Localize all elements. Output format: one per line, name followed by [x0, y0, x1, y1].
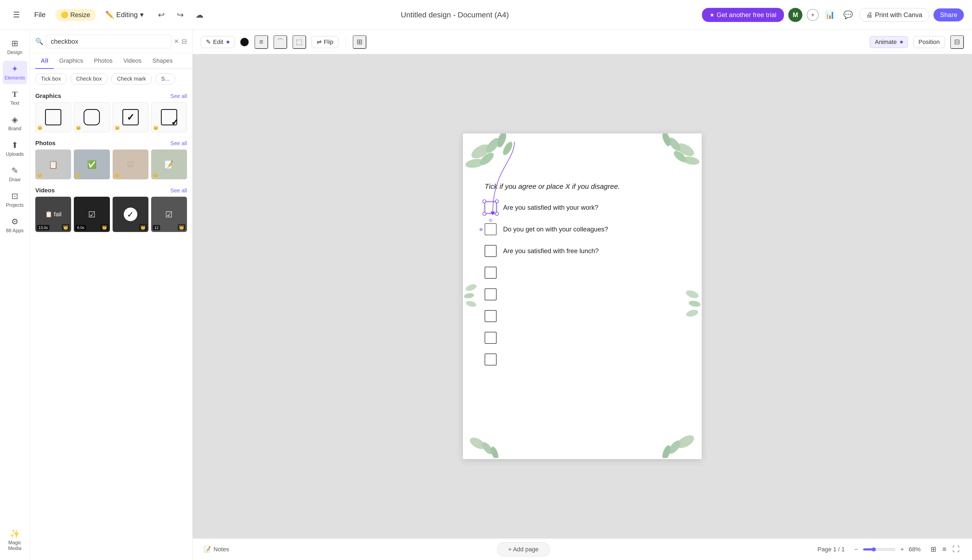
grid-view-button[interactable]: ⊞ [929, 543, 938, 555]
filter-icon: ⊟ [954, 38, 960, 46]
print-button[interactable]: 🖨 Print with Canva [859, 8, 929, 22]
print-label: Print with Canva [875, 11, 922, 19]
share-button[interactable]: Share [934, 8, 964, 22]
svg-point-13 [465, 300, 477, 308]
list-view-button[interactable]: ≡ [941, 543, 948, 555]
question-row-2[interactable]: ↻ ⊕ Do you get on with your colleagues? [485, 223, 680, 235]
file-menu-button[interactable]: File [30, 8, 50, 21]
share-label: Share [940, 11, 957, 18]
checkbox-only-7 [485, 332, 680, 344]
search-input[interactable] [46, 35, 171, 48]
sidebar-item-apps[interactable]: ⚙ 88 Apps [3, 213, 27, 237]
document-title: Untitled design - Document (A4) [213, 11, 697, 19]
filter-button[interactable]: ⊟ [950, 35, 964, 49]
video-item-3[interactable]: ✓ 👑 [113, 197, 148, 232]
sidebar-item-design[interactable]: ⊞ Design [3, 35, 27, 58]
comments-button[interactable]: 💬 [841, 8, 855, 22]
tab-all[interactable]: All [35, 53, 54, 69]
texture-button[interactable]: ⊞ [353, 35, 366, 49]
zoom-slider[interactable] [863, 547, 895, 552]
checkbox-3[interactable] [485, 245, 497, 257]
add-collaborator-button[interactable]: + [807, 9, 819, 21]
plus-icon: + [811, 11, 815, 19]
free-trial-button[interactable]: ★ Get another free trial [702, 8, 784, 22]
undo-redo-group: ↩ ↪ ☁ [153, 7, 208, 23]
photo-item-3[interactable]: ☑ 👑 [113, 150, 148, 179]
checkbox-4[interactable] [485, 267, 497, 278]
chip-tick-box[interactable]: Tick box [35, 73, 67, 84]
graphic-item-rounded-box[interactable]: 👑 [74, 102, 110, 132]
checkbox-7[interactable] [485, 332, 497, 344]
video-item-2[interactable]: ☑ 6.0s 👑 [74, 197, 110, 232]
fullscreen-button[interactable]: ⛶ [951, 543, 961, 555]
zoom-out-button[interactable]: − [853, 544, 860, 555]
sidebar-item-brand[interactable]: ◈ Brand [3, 112, 27, 135]
menu-button[interactable]: ☰ [8, 7, 24, 23]
apps-label: 88 Apps [6, 228, 23, 233]
checkbox-5[interactable] [485, 288, 497, 300]
checkbox-6[interactable] [485, 310, 497, 322]
photo-item-2[interactable]: ✅ 👑 [74, 150, 110, 179]
video-item-4[interactable]: ☑ 12 👑 [151, 197, 187, 232]
photo-item-1[interactable]: 📋 👑 [35, 150, 71, 179]
graphic-item-empty-box[interactable]: 👑 [35, 102, 71, 132]
sidebar-item-projects[interactable]: ⊡ Projects [3, 188, 27, 212]
add-page-button[interactable]: + Add page [497, 542, 550, 557]
color-picker[interactable] [240, 37, 249, 47]
photo-item-4[interactable]: 📝 👑 [151, 150, 187, 179]
edit-button[interactable]: ✎ Edit [201, 36, 235, 48]
search-icon: 🔍 [35, 38, 43, 45]
checkbox-2[interactable] [485, 223, 497, 235]
search-filter-icon[interactable]: ⊟ [182, 38, 187, 45]
tab-photos[interactable]: Photos [88, 53, 118, 69]
svg-point-8 [661, 133, 672, 147]
videos-section: Videos See all 📋 fail 13.0s 👑 ☑ 6.0s 👑 [30, 183, 192, 236]
crown-icon: 👑 [76, 125, 81, 130]
lines-button[interactable]: ≡ [255, 35, 268, 49]
sidebar-item-draw[interactable]: ✎ Draw [3, 163, 27, 186]
graphics-see-all[interactable]: See all [170, 93, 187, 99]
search-clear-icon[interactable]: ✕ [174, 38, 179, 45]
star-icon: ★ [710, 12, 715, 18]
flip-icon: ⇌ [317, 38, 322, 46]
graphic-item-check-box[interactable]: ✓ 👑 [113, 102, 148, 132]
edit-dot [227, 41, 229, 43]
redo-button[interactable]: ↪ [172, 7, 188, 23]
chip-check-box[interactable]: Check box [70, 73, 108, 84]
curve-button[interactable]: ⌒ [273, 35, 287, 49]
top-navbar: ☰ File 🟡 Resize ✏️ Editing ▾ ↩ ↪ ☁ Untit… [0, 0, 972, 30]
zoom-in-button[interactable]: + [899, 544, 905, 555]
chip-more[interactable]: S... [155, 73, 175, 84]
tab-videos[interactable]: Videos [118, 53, 147, 69]
resize-label: Resize [70, 11, 90, 19]
animate-button[interactable]: Animate [870, 36, 908, 48]
save-status-button[interactable]: ☁ [191, 7, 208, 23]
resize-button[interactable]: 🟡 Resize [55, 9, 95, 21]
avatar[interactable]: M [788, 8, 802, 22]
graphic-item-check-partial[interactable]: ✓ 👑 [151, 102, 187, 132]
texture-icon: ⊞ [357, 38, 363, 46]
flip-button[interactable]: ⇌ Flip [312, 36, 338, 48]
editing-button[interactable]: ✏️ Editing ▾ [101, 8, 148, 21]
notes-button[interactable]: 📝 Notes [203, 546, 229, 553]
chip-check-mark[interactable]: Check mark [111, 73, 152, 84]
sidebar-item-magic-media[interactable]: ✨ Magic Media [3, 525, 27, 555]
question-row-3[interactable]: Are you satisfied with free lunch? [485, 245, 680, 257]
doc-canvas-wrapper[interactable]: Tick if you agree or place X if you disa… [193, 54, 972, 538]
tab-graphics[interactable]: Graphics [54, 53, 88, 69]
sidebar-item-text[interactable]: T Text [3, 86, 27, 109]
videos-see-all[interactable]: See all [170, 187, 187, 194]
undo-button[interactable]: ↩ [153, 7, 170, 23]
tab-shapes[interactable]: Shapes [147, 53, 178, 69]
filter-tabs: All Graphics Photos Videos Shapes [30, 53, 192, 69]
video-item-1[interactable]: 📋 fail 13.0s 👑 [35, 197, 71, 232]
photos-see-all[interactable]: See all [170, 140, 187, 147]
checkbox-8[interactable] [485, 353, 497, 365]
crop-button[interactable]: ⬚ [292, 35, 306, 49]
position-button[interactable]: Position [914, 36, 945, 48]
analytics-button[interactable]: 📊 [823, 8, 837, 22]
sidebar-item-uploads[interactable]: ⬆ Uploads [3, 137, 27, 160]
sidebar-item-elements[interactable]: ✦ Elements [3, 61, 27, 84]
panel-scroll[interactable]: Graphics See all 👑 👑 ✓ [30, 89, 192, 560]
cloud-icon: ☁ [195, 10, 203, 20]
